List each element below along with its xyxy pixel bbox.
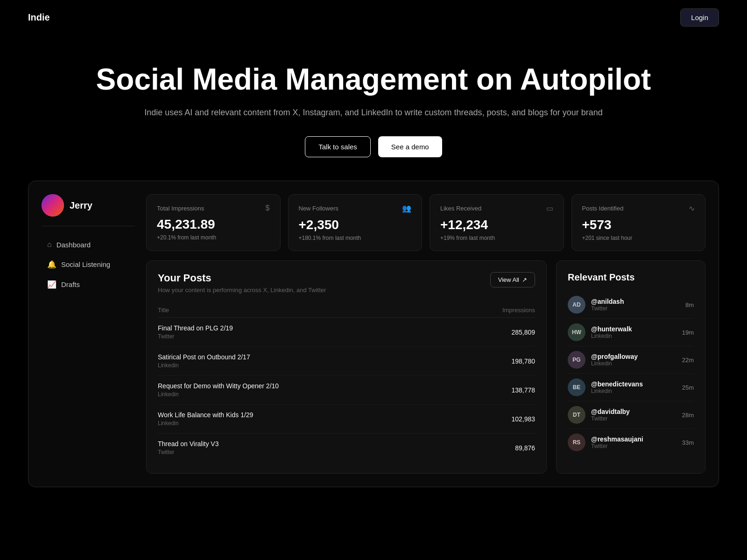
hero-title: Social Media Management on Autopilot — [9, 63, 738, 96]
your-posts-card: Your Posts How your content is performin… — [146, 260, 547, 474]
stat-value-1: +2,350 — [299, 217, 412, 232]
rel-platform: Linkedin — [591, 388, 677, 394]
post-impressions: 285,809 — [455, 318, 535, 347]
posts-table: Title Impressions Final Thread on PLG 2/… — [158, 303, 535, 462]
post-platform: Twitter — [158, 449, 455, 455]
posts-title: Your Posts — [158, 272, 326, 284]
user-name: Jerry — [70, 200, 92, 211]
relevant-item[interactable]: DT @davidtalby Twitter 28m — [568, 401, 694, 429]
sidebar-label-dashboard: Dashboard — [56, 241, 91, 249]
relevant-item[interactable]: HW @hunterwalk Linkedin 19m — [568, 319, 694, 346]
relevant-item[interactable]: RS @reshmasaujani Twitter 33m — [568, 429, 694, 456]
posts-header: Your Posts How your content is performin… — [158, 272, 535, 294]
table-row: Final Thread on PLG 2/19 Twitter 285,809 — [158, 318, 535, 347]
relevant-title: Relevant Posts — [568, 272, 694, 283]
bell-icon: 🔔 — [47, 260, 56, 269]
rel-platform: Twitter — [591, 443, 677, 449]
rel-platform: Linkedin — [591, 360, 677, 367]
home-icon: ⌂ — [47, 240, 52, 249]
rel-info: @reshmasaujani Twitter — [591, 435, 677, 449]
relevant-item[interactable]: PG @profgalloway Linkedin 22m — [568, 346, 694, 374]
stat-change-1: +180.1% from last month — [299, 235, 412, 241]
post-impressions: 89,876 — [455, 434, 535, 462]
rel-info: @hunterwalk Linkedin — [591, 325, 677, 339]
relevant-item[interactable]: BE @benedictevans Linkedin 25m — [568, 374, 694, 401]
rel-avatar: AD — [568, 296, 585, 314]
rel-platform: Twitter — [591, 415, 677, 422]
arrow-icon: ↗ — [522, 276, 527, 283]
rel-handle: @hunterwalk — [591, 325, 677, 333]
stat-change-2: +19% from last month — [440, 235, 553, 241]
stat-label-2: Likes Received — [440, 205, 481, 212]
rel-time: 19m — [682, 329, 694, 336]
table-row: Request for Demo with Witty Opener 2/10 … — [158, 376, 535, 405]
rel-time: 8m — [685, 301, 694, 308]
post-platform: Linkedin — [158, 391, 455, 398]
stat-change-3: +201 since last hour — [582, 235, 695, 241]
post-title: Thread on Virality V3 — [158, 440, 455, 448]
col-impressions: Impressions — [455, 303, 535, 318]
stats-row: Total Impressions $ 45,231.89 +20.1% fro… — [146, 194, 705, 251]
table-row: Satirical Post on Outbound 2/17 Linkedin… — [158, 347, 535, 376]
post-title: Work Life Balance with Kids 1/29 — [158, 411, 455, 419]
hero-buttons: Talk to sales See a demo — [9, 136, 738, 157]
rel-info: @benedictevans Linkedin — [591, 380, 677, 394]
post-platform: Linkedin — [158, 362, 455, 369]
dollar-icon: $ — [266, 204, 270, 212]
relevant-posts-card: Relevant Posts AD @anildash Twitter 8m H… — [556, 260, 705, 474]
post-title: Final Thread on PLG 2/19 — [158, 324, 455, 332]
dashboard-container: Jerry ⌂ Dashboard 🔔 Social Listening 📈 D… — [28, 181, 719, 487]
rel-info: @profgalloway Linkedin — [591, 353, 677, 367]
bottom-row: Your Posts How your content is performin… — [146, 260, 705, 474]
post-platform: Linkedin — [158, 420, 455, 427]
rel-handle: @benedictevans — [591, 380, 677, 388]
talk-to-sales-button[interactable]: Talk to sales — [305, 136, 371, 157]
table-row: Thread on Virality V3 Twitter 89,876 — [158, 434, 535, 462]
stat-change-0: +20.1% from last month — [157, 234, 270, 241]
sidebar-item-social-listening[interactable]: 🔔 Social Listening — [42, 255, 135, 273]
relevant-item[interactable]: AD @anildash Twitter 8m — [568, 291, 694, 319]
rel-avatar: DT — [568, 406, 585, 424]
rel-avatar: HW — [568, 323, 585, 341]
sidebar-item-drafts[interactable]: 📈 Drafts — [42, 275, 135, 294]
rel-platform: Linkedin — [591, 333, 677, 339]
rel-handle: @davidtalby — [591, 408, 677, 415]
rel-platform: Twitter — [591, 305, 680, 312]
sidebar-label-drafts: Drafts — [61, 280, 80, 288]
rel-handle: @anildash — [591, 298, 680, 305]
rel-avatar: BE — [568, 378, 585, 396]
hero-subtitle: Indie uses AI and relevant content from … — [9, 106, 738, 119]
posts-subtitle: How your content is performing across X,… — [158, 287, 326, 294]
activity-icon: ∿ — [689, 204, 695, 213]
stat-total-impressions: Total Impressions $ 45,231.89 +20.1% fro… — [146, 194, 281, 251]
rel-time: 28m — [682, 412, 694, 419]
post-platform: Twitter — [158, 333, 455, 340]
sidebar: Jerry ⌂ Dashboard 🔔 Social Listening 📈 D… — [42, 194, 135, 474]
sidebar-item-dashboard[interactable]: ⌂ Dashboard — [42, 236, 135, 253]
sidebar-label-social-listening: Social Listening — [61, 260, 110, 268]
stat-posts-identified: Posts Identified ∿ +573 +201 since last … — [571, 194, 706, 251]
col-title: Title — [158, 303, 455, 318]
sidebar-nav: ⌂ Dashboard 🔔 Social Listening 📈 Drafts — [42, 236, 135, 294]
login-button[interactable]: Login — [680, 8, 719, 27]
rel-handle: @reshmasaujani — [591, 435, 677, 443]
stat-new-followers: New Followers 👥 +2,350 +180.1% from last… — [288, 194, 423, 251]
rel-info: @davidtalby Twitter — [591, 408, 677, 422]
stat-value-0: 45,231.89 — [157, 217, 270, 232]
view-all-button[interactable]: View All ↗ — [490, 272, 535, 287]
relevant-list: AD @anildash Twitter 8m HW @hunterwalk L… — [568, 291, 694, 456]
rel-avatar: PG — [568, 351, 585, 369]
avatar — [42, 194, 64, 217]
post-title: Request for Demo with Witty Opener 2/10 — [158, 382, 455, 390]
rel-avatar: RS — [568, 434, 585, 451]
see-demo-button[interactable]: See a demo — [378, 136, 442, 157]
stat-value-3: +573 — [582, 217, 695, 232]
post-impressions: 198,780 — [455, 347, 535, 376]
stat-value-2: +12,234 — [440, 217, 553, 232]
main-content: Total Impressions $ 45,231.89 +20.1% fro… — [146, 194, 705, 474]
stat-likes-received: Likes Received ▭ +12,234 +19% from last … — [430, 194, 564, 251]
stat-label-1: New Followers — [299, 205, 338, 212]
users-icon: 👥 — [402, 204, 411, 213]
table-row: Work Life Balance with Kids 1/29 Linkedi… — [158, 405, 535, 434]
navbar: Indie Login — [0, 0, 747, 35]
